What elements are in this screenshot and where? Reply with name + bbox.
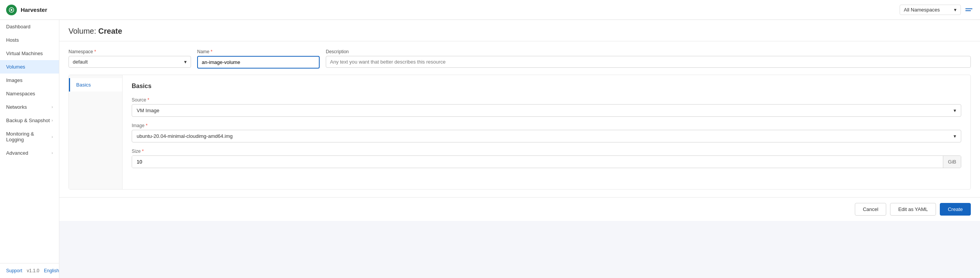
namespace-label: Namespace * <box>69 49 191 54</box>
language-selector[interactable]: English <box>44 268 59 273</box>
chevron-right-icon: › <box>52 151 53 155</box>
description-label: Description <box>326 49 971 54</box>
sidebar-item-volumes[interactable]: Volumes <box>0 60 59 74</box>
chevron-down-icon: ▾ <box>184 59 187 65</box>
image-value: ubuntu-20.04-minimal-cloudimg-amd64.img <box>137 133 233 139</box>
layout: Dashboard Hosts Virtual Machines Volumes… <box>0 20 980 278</box>
form-area: Namespace * default ▾ Name * Des <box>59 41 980 197</box>
sidebar-item-hosts[interactable]: Hosts <box>0 33 59 47</box>
page-header: Volume: Create <box>59 20 980 41</box>
size-field-group: Size * GiB <box>132 149 961 168</box>
size-unit: GiB <box>943 156 961 168</box>
sidebar-item-backup-snapshot[interactable]: Backup & Snapshot › <box>0 114 59 127</box>
topbar-right: All Namespaces ▾ <box>900 5 974 15</box>
create-button[interactable]: Create <box>940 203 971 216</box>
page-title-action: Create <box>98 27 122 35</box>
main-content: Volume: Create Namespace * default ▾ <box>59 20 980 278</box>
source-field-group: Source * VM Image ▾ <box>132 97 961 117</box>
image-label: Image * <box>132 123 961 128</box>
topbar-left: Harvester <box>6 5 47 15</box>
version-label: v1.1.0 <box>27 268 39 273</box>
form-top-row: Namespace * default ▾ Name * Des <box>69 49 971 69</box>
sidebar-item-images[interactable]: Images <box>0 74 59 87</box>
namespace-required: * <box>93 49 96 54</box>
chevron-right-icon: › <box>52 135 53 139</box>
chevron-down-icon: ▾ <box>954 108 956 113</box>
namespace-dropdown[interactable]: default ▾ <box>69 56 191 68</box>
content-area: Basics Basics Source * VM Image ▾ <box>69 75 971 190</box>
support-link[interactable]: Support <box>6 268 22 273</box>
sidebar-item-monitoring-logging[interactable]: Monitoring & Logging › <box>0 127 59 146</box>
page-title: Volume: Create <box>69 27 971 36</box>
chevron-right-icon: › <box>52 105 53 109</box>
source-label: Source * <box>132 97 961 103</box>
sidebar-item-dashboard[interactable]: Dashboard <box>0 20 59 33</box>
name-required: * <box>209 49 212 54</box>
namespace-value: default <box>73 59 88 65</box>
chevron-down-icon: ▾ <box>954 133 956 139</box>
sidebar: Dashboard Hosts Virtual Machines Volumes… <box>0 20 59 278</box>
tab-sidebar: Basics <box>69 75 122 189</box>
name-label: Name * <box>197 49 320 54</box>
description-field: Description <box>326 49 971 68</box>
sidebar-item-networks[interactable]: Networks › <box>0 100 59 114</box>
sidebar-item-virtual-machines[interactable]: Virtual Machines <box>0 47 59 60</box>
namespace-selector[interactable]: All Namespaces ▾ <box>900 5 961 15</box>
tab-content-basics: Basics Source * VM Image ▾ <box>122 75 970 189</box>
sidebar-item-advanced[interactable]: Advanced › <box>0 146 59 160</box>
size-input[interactable] <box>132 156 943 168</box>
app-logo <box>6 5 17 15</box>
source-dropdown[interactable]: VM Image ▾ <box>132 104 961 117</box>
page-footer: Cancel Edit as YAML Create <box>59 197 980 221</box>
image-dropdown[interactable]: ubuntu-20.04-minimal-cloudimg-amd64.img … <box>132 130 961 142</box>
tab-basics[interactable]: Basics <box>69 78 122 92</box>
sidebar-item-namespaces[interactable]: Namespaces <box>0 87 59 100</box>
edit-yaml-button[interactable]: Edit as YAML <box>890 203 936 216</box>
source-value: VM Image <box>137 108 159 113</box>
namespace-selector-value: All Namespaces <box>904 7 940 13</box>
size-input-row: GiB <box>132 155 961 168</box>
namespace-field: Namespace * default ▾ <box>69 49 191 68</box>
basics-section-title: Basics <box>132 83 961 90</box>
topbar: Harvester All Namespaces ▾ <box>0 0 980 20</box>
sidebar-toggle-button[interactable] <box>964 7 974 13</box>
size-label: Size * <box>132 149 961 154</box>
app-title: Harvester <box>21 7 47 13</box>
description-input[interactable] <box>326 56 971 68</box>
chevron-right-icon: › <box>52 118 53 123</box>
name-input[interactable] <box>197 56 320 69</box>
page-title-prefix: Volume: <box>69 27 98 35</box>
sidebar-footer: Support v1.1.0 English <box>0 263 59 278</box>
name-field: Name * <box>197 49 320 69</box>
cancel-button[interactable]: Cancel <box>855 203 886 216</box>
chevron-down-icon: ▾ <box>954 7 957 13</box>
image-field-group: Image * ubuntu-20.04-minimal-cloudimg-am… <box>132 123 961 142</box>
